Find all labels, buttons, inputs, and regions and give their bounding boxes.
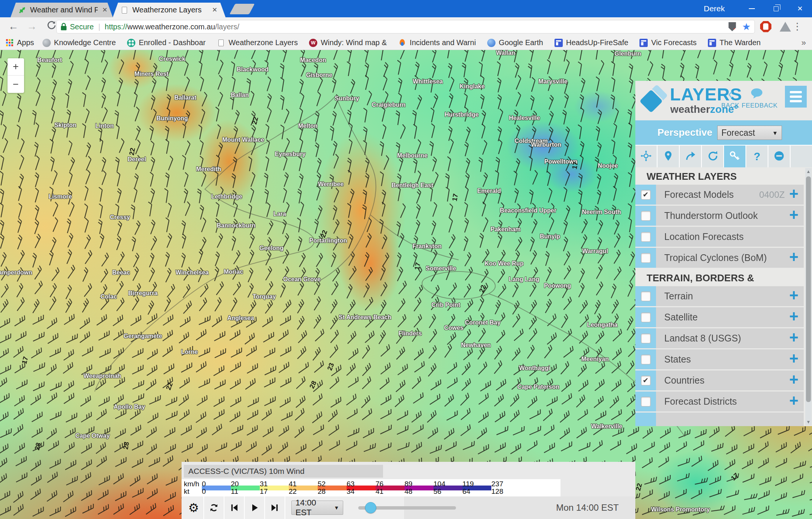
contour-label: 28 bbox=[122, 441, 131, 450]
bookmark-label: Apps bbox=[17, 38, 34, 47]
perspective-row: Perspective Forecast ▼ bbox=[635, 120, 812, 145]
bookmark-item-google-earth[interactable]: Google Earth bbox=[487, 38, 543, 47]
tool-rotate-reset[interactable] bbox=[702, 146, 723, 167]
bookmark-item-knowledge-centre[interactable]: Knowledge Centre bbox=[42, 38, 116, 47]
tool-remove-circle[interactable] bbox=[768, 146, 790, 167]
kt-tick: 0 bbox=[202, 487, 206, 496]
shield-x-badge: ✕ bbox=[734, 28, 738, 32]
place-label-camperdown: Camperdown bbox=[0, 269, 32, 276]
layer-row-states[interactable]: States+ bbox=[635, 349, 804, 369]
forward-nav-icon[interactable]: → bbox=[27, 21, 37, 32]
play-button[interactable] bbox=[245, 496, 265, 519]
current-datetime: Mon 14:00 EST bbox=[556, 496, 619, 519]
kt-tick: 48 bbox=[404, 487, 412, 496]
url-text[interactable]: https://www.weatherzone.com.au/layers/ bbox=[105, 23, 729, 31]
add-layer-icon[interactable]: + bbox=[789, 286, 798, 304]
layer-row-forecast-models[interactable]: ✔Forecast Models0400Z+ bbox=[635, 185, 804, 205]
bookmarks-overflow-icon[interactable]: » bbox=[801, 38, 806, 48]
feedback-button[interactable]: FEEDBACK bbox=[742, 87, 772, 109]
layer-row-terrain[interactable]: Terrain+ bbox=[635, 286, 804, 306]
layer-checkbox[interactable] bbox=[641, 313, 651, 322]
time-select[interactable]: 14:00 EST ▼ bbox=[291, 501, 343, 515]
place-label-lorne: Lorne bbox=[181, 349, 198, 355]
add-layer-icon[interactable]: + bbox=[789, 392, 798, 410]
google-drive-extension-icon[interactable] bbox=[780, 22, 791, 32]
close-icon: ✕ bbox=[797, 5, 803, 13]
place-label-eynesbury: Eynesbury bbox=[275, 151, 306, 158]
bookmark-item-vic-forecasts[interactable]: Vic Forecasts bbox=[639, 38, 697, 47]
place-label-moriac: Moriac bbox=[224, 269, 243, 275]
shield-blocked-icon[interactable]: ✕ bbox=[729, 22, 736, 31]
bookmark-item-apps[interactable]: Apps bbox=[0, 38, 34, 47]
tab-1[interactable]: Weather and Wind Forec✕ bbox=[11, 3, 113, 17]
layer-row-satellite[interactable]: Satellite+ bbox=[635, 307, 804, 327]
address-bar[interactable]: Secure | https://www.weatherzone.com.au/… bbox=[56, 20, 755, 33]
tab-2[interactable]: Weatherzone Layers✕ bbox=[113, 3, 226, 17]
layer-row-location-forecasts[interactable]: Location Forecasts bbox=[635, 227, 804, 247]
profile-name[interactable]: Derek bbox=[704, 4, 725, 13]
skip-end-button[interactable] bbox=[265, 496, 285, 519]
tool-location-pin[interactable] bbox=[657, 146, 679, 167]
tool-help[interactable]: ? bbox=[746, 146, 768, 167]
minimize-button[interactable] bbox=[740, 0, 764, 17]
layer-checkbox[interactable] bbox=[641, 397, 651, 407]
kt-tick: 128 bbox=[491, 487, 503, 496]
time-slider[interactable] bbox=[358, 506, 456, 510]
scroll-down-icon[interactable]: ▼ bbox=[805, 419, 812, 425]
skip-start-button[interactable] bbox=[224, 496, 245, 519]
menu-button[interactable] bbox=[785, 86, 807, 108]
refresh-icon[interactable] bbox=[47, 21, 56, 33]
location-pin-icon bbox=[663, 150, 674, 163]
scroll-up-icon[interactable]: ▲ bbox=[805, 169, 812, 174]
layer-checkbox[interactable] bbox=[641, 211, 651, 221]
layer-row-forecast-districts[interactable]: Forecast Districts+ bbox=[635, 392, 804, 411]
bookmark-item-weatherzone-layers[interactable]: Weatherzone Layers bbox=[217, 38, 298, 47]
place-label-bannockburn: Bannockburn bbox=[217, 222, 255, 229]
layer-checkbox[interactable]: ✔ bbox=[641, 190, 651, 200]
tab-close-icon[interactable]: ✕ bbox=[212, 6, 217, 14]
add-layer-icon[interactable]: + bbox=[789, 307, 798, 325]
layer-checkbox[interactable]: ✔ bbox=[641, 376, 651, 385]
perspective-select[interactable]: Forecast ▼ bbox=[717, 126, 782, 140]
tab-close-icon[interactable]: ✕ bbox=[102, 6, 108, 14]
back-button[interactable]: ‹ BACK bbox=[715, 87, 745, 109]
loop-button[interactable] bbox=[204, 496, 224, 519]
layer-checkbox[interactable] bbox=[641, 253, 651, 263]
layer-row-tropical-cyclones-bom-[interactable]: Tropical Cyclones (BoM)+ bbox=[635, 248, 804, 268]
add-layer-icon[interactable]: + bbox=[789, 248, 798, 266]
settings-button[interactable]: ⚙ bbox=[184, 496, 204, 519]
bookmark-item-enrolled-dashboar[interactable]: Enrolled - Dashboar bbox=[127, 38, 206, 47]
restore-button[interactable] bbox=[764, 0, 788, 17]
close-button[interactable]: ✕ bbox=[788, 0, 812, 17]
add-layer-icon[interactable]: + bbox=[789, 328, 798, 346]
tool-share-arrow[interactable] bbox=[680, 146, 701, 167]
layer-row-countries[interactable]: ✔Countries+ bbox=[635, 370, 804, 390]
layer-row-landsat-8-usgs-[interactable]: Landsat 8 (USGS)+ bbox=[635, 328, 804, 348]
bookmark-star-icon[interactable]: ★ bbox=[742, 21, 751, 33]
zoom-out-button[interactable]: − bbox=[8, 76, 24, 93]
tool-pan-crosshair[interactable] bbox=[635, 146, 657, 167]
bookmark-item-windy-wind-map-[interactable]: WWindy: Wind map & bbox=[309, 38, 387, 47]
back-nav-icon[interactable]: ← bbox=[8, 21, 18, 32]
add-layer-icon[interactable]: + bbox=[789, 185, 798, 203]
layer-checkbox[interactable] bbox=[641, 232, 651, 242]
browser-menu-icon[interactable]: ⋮ bbox=[792, 21, 802, 32]
add-layer-icon[interactable]: + bbox=[789, 349, 798, 367]
layer-row-thunderstorm-outlook[interactable]: Thunderstorm Outlook+ bbox=[635, 206, 804, 226]
add-layer-icon[interactable]: + bbox=[789, 206, 798, 224]
bookmark-item-the-warden[interactable]: The Warden bbox=[708, 38, 760, 47]
checkbox-cell bbox=[635, 227, 656, 247]
bookmark-item-incidents-and-warni[interactable]: Incidents and Warni bbox=[398, 38, 476, 47]
layer-checkbox[interactable] bbox=[641, 334, 651, 343]
bookmark-item-headsup-firesafe[interactable]: HeadsUp-FireSafe bbox=[554, 38, 629, 47]
scrollbar-thumb[interactable] bbox=[806, 176, 811, 402]
panel-scrollbar[interactable]: ▲ ▼ bbox=[805, 168, 812, 425]
adblock-extension-icon[interactable] bbox=[760, 21, 771, 32]
tool-key[interactable] bbox=[724, 146, 745, 167]
layer-checkbox[interactable] bbox=[641, 291, 651, 301]
new-tab-button[interactable] bbox=[230, 4, 255, 14]
layer-checkbox[interactable] bbox=[641, 355, 651, 364]
add-layer-icon[interactable]: + bbox=[789, 370, 798, 388]
zoom-in-button[interactable]: + bbox=[8, 58, 24, 76]
contour-label: 17 bbox=[451, 193, 460, 202]
